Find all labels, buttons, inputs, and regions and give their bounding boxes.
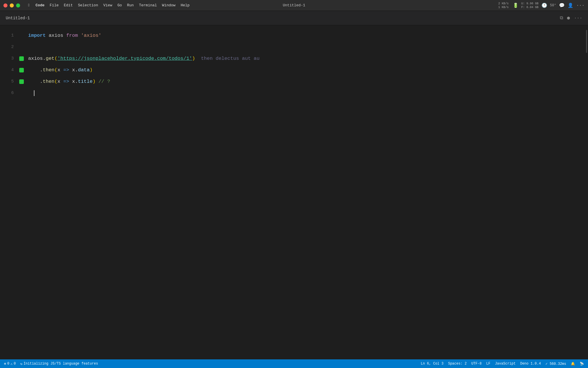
menu-apple[interactable]:  (28, 3, 30, 7)
text-cursor (34, 90, 34, 96)
error-icon: ⊗ (4, 362, 6, 366)
radio-icon: 📡 (580, 362, 584, 366)
active-tab[interactable]: Untitled-1 (6, 16, 30, 20)
gutter (17, 25, 26, 359)
string-axios: 'axios' (81, 30, 101, 41)
minimize-button[interactable] (10, 3, 14, 7)
arrow-2: => (63, 76, 69, 87)
runtime[interactable]: Deno 1.0.4 (520, 362, 541, 366)
gutter-line-5 (17, 76, 26, 87)
editor-actions: ⧉ ··· (560, 15, 582, 21)
traffic-lights (3, 3, 20, 7)
sys-icons: 🔋 U: 9.96 GB F: 6.04 GB 🕐 50° 💬 👤 ··· (513, 2, 585, 9)
get-method: get (46, 53, 55, 64)
encoding[interactable]: UTF-8 (471, 362, 482, 366)
gutter-line-1 (17, 30, 26, 41)
keyword-import: import (28, 30, 46, 41)
code-line-6 (26, 87, 585, 99)
notification-icon[interactable]: 🔔 (571, 362, 575, 366)
then-method-1: then (43, 64, 55, 76)
menu-terminal[interactable]: Terminal (139, 3, 157, 7)
menu-run[interactable]: Run (127, 3, 134, 7)
code-line-4: . then ( x => x. data ) (26, 64, 585, 76)
prop-data: data (78, 64, 90, 76)
menu-bar:  Code File Edit Selection View Go Run T… (28, 3, 189, 7)
axios-obj: axios (28, 53, 43, 64)
indentation[interactable]: Spaces: 2 (448, 362, 467, 366)
code-editor[interactable]: import axios from 'axios' axios . get ( … (26, 25, 585, 359)
profile-icon: 👤 (568, 3, 573, 8)
titlebar-left:  Code File Edit Selection View Go Run T… (3, 3, 189, 7)
gutter-line-4 (17, 64, 26, 76)
language-mode[interactable]: JavaScript (495, 362, 516, 366)
code-line-2 (26, 41, 585, 53)
clock-icon: 🕐 (541, 3, 547, 8)
menu-view[interactable]: View (103, 3, 112, 7)
menu-window[interactable]: Window (162, 3, 175, 7)
editor-header: Untitled-1 ⧉ ··· (0, 11, 588, 25)
language-features-status[interactable]: ↻ Initializing JS/TS language features (20, 362, 98, 366)
dot-icon (567, 17, 570, 20)
status-left: ⊗ 0 ⚠ 0 ↻ Initializing JS/TS language fe… (4, 362, 98, 366)
scrollbar-thumb[interactable] (586, 30, 587, 53)
check-time[interactable]: ✓ 560.32ms (546, 362, 566, 366)
ghost-text-3: then delectus aut au (201, 53, 260, 64)
status-bar: ⊗ 0 ⚠ 0 ↻ Initializing JS/TS language fe… (0, 359, 588, 368)
gutter-line-3 (17, 53, 26, 64)
battery-icon: 🔋 (513, 3, 519, 8)
cursor-position[interactable]: Ln 6, Col 3 (421, 362, 443, 366)
split-editor-icon[interactable]: ⧉ (560, 15, 563, 21)
menu-selection[interactable]: Selection (78, 3, 98, 7)
line-numbers: 1 2 3 4 5 6 (0, 25, 17, 359)
temperature: 50° (550, 3, 556, 7)
comment-line5: // ? (98, 76, 110, 87)
window-title: Untitled-1 (283, 3, 305, 7)
more-actions-icon[interactable]: ··· (574, 16, 582, 21)
titlebar:  Code File Edit Selection View Go Run T… (0, 0, 588, 11)
breakpoint-4[interactable] (19, 68, 24, 72)
keyword-from: from (66, 30, 78, 41)
airdrop-icon: 💬 (559, 3, 565, 8)
network-info: 2 KB/s 1 KB/s (498, 2, 509, 9)
ram-info: U: 9.96 GB F: 6.04 GB (521, 2, 539, 9)
arrow-1: => (63, 64, 69, 76)
status-right: Ln 6, Col 3 Spaces: 2 UTF-8 LF JavaScrip… (421, 362, 584, 366)
then-method-2: then (43, 76, 55, 87)
close-button[interactable] (3, 3, 7, 7)
menu-code[interactable]: Code (36, 3, 45, 7)
bell-icon: 🔔 (571, 362, 575, 366)
code-line-5: . then ( x => x. title ) // ? (26, 76, 585, 87)
url-string[interactable]: 'https://jsonplaceholder.typicode.com/to… (57, 53, 192, 64)
menu-file[interactable]: File (50, 3, 59, 7)
code-line-1: import axios from 'axios' (26, 30, 585, 41)
more-icon[interactable]: ··· (576, 3, 585, 8)
scrollbar-track (585, 25, 588, 359)
menu-edit[interactable]: Edit (64, 3, 73, 7)
code-line-3: axios . get ( 'https://jsonplaceholder.t… (26, 53, 585, 64)
editor-area: 1 2 3 4 5 6 import axios from 'axios' (0, 25, 588, 359)
maximize-button[interactable] (16, 3, 20, 7)
gutter-line-2 (17, 41, 26, 53)
broadcast-icon[interactable]: 📡 (580, 362, 584, 366)
error-count[interactable]: ⊗ 0 ⚠ 0 (4, 362, 16, 366)
sync-icon: ↻ (20, 362, 22, 366)
breakpoint-5[interactable] (19, 79, 24, 84)
line-ending[interactable]: LF (486, 362, 490, 366)
gutter-line-6 (17, 87, 26, 99)
breakpoint-3[interactable] (19, 56, 24, 61)
menu-go[interactable]: Go (117, 3, 122, 7)
prop-title: title (78, 76, 92, 87)
warning-icon: ⚠ (10, 362, 12, 366)
titlebar-right: 2 KB/s 1 KB/s 🔋 U: 9.96 GB F: 6.04 GB 🕐 … (498, 2, 585, 9)
menu-help[interactable]: Help (181, 3, 189, 7)
